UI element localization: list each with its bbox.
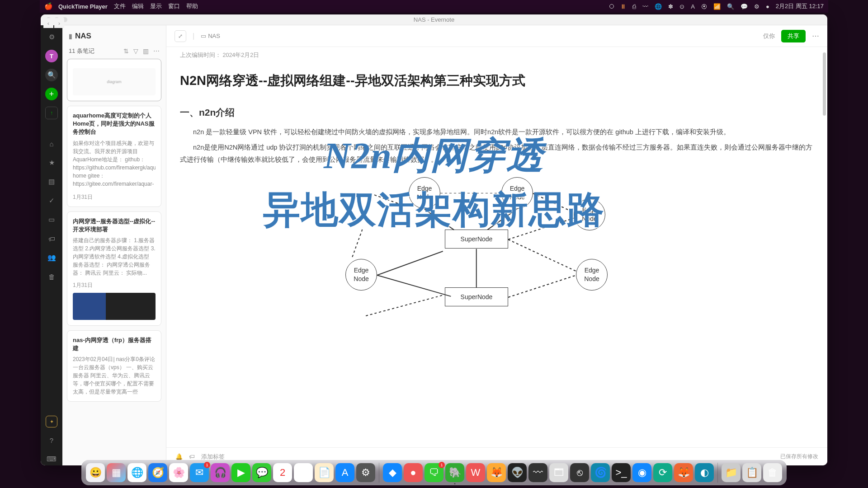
- reminder-icon[interactable]: 🔔: [175, 453, 183, 460]
- dock-app[interactable]: 🌐: [127, 463, 146, 482]
- apple-icon[interactable]: 🍎: [44, 2, 53, 10]
- dock-app[interactable]: 💬: [252, 463, 271, 482]
- expand-icon[interactable]: ⤢: [175, 30, 186, 42]
- check-icon[interactable]: ✓: [45, 194, 58, 207]
- note-card[interactable]: diagram: [67, 59, 161, 101]
- shared-icon[interactable]: 👥: [45, 251, 58, 264]
- dock-app[interactable]: ◉: [632, 463, 651, 482]
- dock-app[interactable]: 📁: [722, 463, 741, 482]
- upload-icon[interactable]: ↑: [45, 107, 58, 119]
- dock-app[interactable]: ▦: [107, 463, 126, 482]
- view-icon[interactable]: ▥: [143, 47, 149, 55]
- app-name[interactable]: QuickTime Player: [58, 3, 108, 10]
- add-tag[interactable]: 添加标签: [201, 453, 225, 461]
- pause-icon[interactable]: ⏸: [620, 3, 626, 10]
- nav-back[interactable]: ‹: [43, 18, 53, 28]
- more-icon[interactable]: ⋯: [812, 32, 819, 40]
- search-icon[interactable]: 🔍: [727, 3, 734, 10]
- dock-app[interactable]: ◐: [695, 463, 714, 482]
- tag-icon[interactable]: 🏷: [45, 232, 58, 245]
- notebook-icon[interactable]: ▭: [45, 213, 58, 226]
- tag-icon[interactable]: 🏷: [189, 453, 195, 460]
- dock-app[interactable]: 🎧: [211, 463, 230, 482]
- notes-icon[interactable]: ▤: [45, 175, 58, 188]
- star-icon[interactable]: ★: [45, 156, 58, 169]
- dock-app[interactable]: 🗑: [763, 463, 782, 482]
- new-note-button[interactable]: +: [45, 88, 58, 100]
- note-card[interactable]: 内网穿透--服务器选型--虚拟化--开发环境部署搭建自己的服务器步骤： 1.服务…: [67, 211, 161, 326]
- globe-icon[interactable]: 🌐: [655, 3, 662, 10]
- dock-app[interactable]: W: [466, 463, 485, 482]
- dock-app[interactable]: 👽: [508, 463, 527, 482]
- edge-node: Edge Node: [409, 177, 440, 209]
- dock-app[interactable]: 🌀: [591, 463, 610, 482]
- note-title[interactable]: N2N网络穿透--虚拟网络组建--异地双活架构第三种实现方式: [180, 72, 814, 90]
- menu-window[interactable]: 窗口: [168, 2, 180, 10]
- avatar[interactable]: T: [45, 50, 58, 62]
- sort-icon[interactable]: ⇅: [123, 47, 129, 55]
- filter-icon[interactable]: ▽: [133, 47, 138, 55]
- bluetooth-icon[interactable]: ✽: [668, 3, 673, 10]
- dock-app[interactable]: 🧭: [148, 463, 167, 482]
- trash-icon[interactable]: 🗑: [45, 270, 58, 283]
- status-icon[interactable]: 〰: [642, 3, 648, 10]
- window-title: NAS - Evernote: [414, 16, 454, 23]
- edge-node: Edge Node: [574, 199, 605, 230]
- status-icon[interactable]: ⎙: [632, 3, 636, 10]
- input-icon[interactable]: A: [691, 3, 695, 10]
- editor-body[interactable]: N2N网络穿透--虚拟网络组建--异地双活架构第三种实现方式 一、n2n介绍 n…: [166, 64, 827, 447]
- upgrade-icon[interactable]: ✦: [46, 416, 57, 427]
- super-node: SuperNode: [445, 287, 508, 306]
- breadcrumb[interactable]: ▭ NAS: [201, 33, 220, 39]
- keyboard-icon[interactable]: ⌨: [45, 453, 58, 465]
- dock-app[interactable]: ⚙: [356, 463, 375, 482]
- visibility-label[interactable]: 仅你: [763, 32, 775, 40]
- wechat-icon[interactable]: 💬: [741, 3, 748, 10]
- menu-help[interactable]: 帮助: [186, 2, 198, 10]
- home-icon[interactable]: ⌂: [45, 137, 58, 150]
- dock-app[interactable]: 😀: [86, 463, 105, 482]
- dock-app[interactable]: 🗨1: [425, 463, 443, 482]
- sidebar-rail: ⚙ T 🔍 + ↑ ⌂ ★ ▤ ✓ ▭ 🏷 👥 🗑 ✦ ? ⌨: [41, 25, 62, 465]
- menu-edit[interactable]: 编辑: [132, 2, 144, 10]
- note-card[interactable]: nas-内网穿透（frp）服务器搭建2023年02月04日| nas分享0条评论…: [67, 330, 161, 402]
- share-button[interactable]: 共享: [781, 30, 806, 42]
- dock-app[interactable]: 📋: [742, 463, 761, 482]
- menu-file[interactable]: 文件: [114, 2, 126, 10]
- dock-app[interactable]: 🦊: [487, 463, 506, 482]
- siri-icon[interactable]: ●: [766, 3, 769, 10]
- n2n-diagram: Edge Node Edge Node Edge Node Edge Node …: [343, 171, 651, 352]
- dock-app[interactable]: 🐘: [445, 463, 464, 482]
- titlebar: NAS - Evernote: [41, 14, 827, 25]
- menu-view[interactable]: 显示: [150, 2, 162, 10]
- edge-node: Edge Node: [501, 177, 533, 209]
- dock-app[interactable]: ◆: [383, 463, 402, 482]
- record-icon[interactable]: [609, 4, 614, 9]
- note-card[interactable]: aquarhome高度可定制的个人Home页，同时是强大的NAS服务控制台如果你…: [67, 106, 161, 207]
- status-icon[interactable]: ⦿: [701, 3, 707, 10]
- dock-app[interactable]: ●: [404, 463, 423, 482]
- datetime[interactable]: 2月2日 周五 12:17: [776, 2, 824, 10]
- wifi-icon[interactable]: 📶: [713, 3, 721, 10]
- more-icon[interactable]: ⋯: [153, 47, 160, 55]
- dock-app[interactable]: >_: [612, 463, 631, 482]
- dock-app[interactable]: ☰: [294, 463, 313, 482]
- dock-app[interactable]: ✉1: [190, 463, 209, 482]
- control-center-icon[interactable]: ⚙: [754, 3, 760, 10]
- help-icon[interactable]: ?: [45, 434, 58, 446]
- dock-app[interactable]: A: [335, 463, 354, 482]
- dock-app[interactable]: 🌸: [169, 463, 188, 482]
- dock-app[interactable]: ⎋: [570, 463, 589, 482]
- dock-app[interactable]: 🗔: [549, 463, 568, 482]
- status-icon[interactable]: ⊙: [679, 3, 684, 10]
- dock-app[interactable]: 2: [273, 463, 292, 482]
- dock-app[interactable]: ⟳: [653, 463, 672, 482]
- dock-app[interactable]: 🦊: [674, 463, 693, 482]
- dock-app[interactable]: 📄: [315, 463, 334, 482]
- nav-fwd[interactable]: ›: [54, 18, 64, 28]
- dock-app[interactable]: ▶: [231, 463, 250, 482]
- gear-icon[interactable]: ⚙: [45, 31, 58, 43]
- note-list: NAS 11 条笔记 ⇅ ▽ ▥ ⋯ diagramaquarhome高度可定制…: [62, 25, 166, 465]
- dock-app[interactable]: 〰: [528, 463, 547, 482]
- search-icon[interactable]: 🔍: [45, 69, 58, 81]
